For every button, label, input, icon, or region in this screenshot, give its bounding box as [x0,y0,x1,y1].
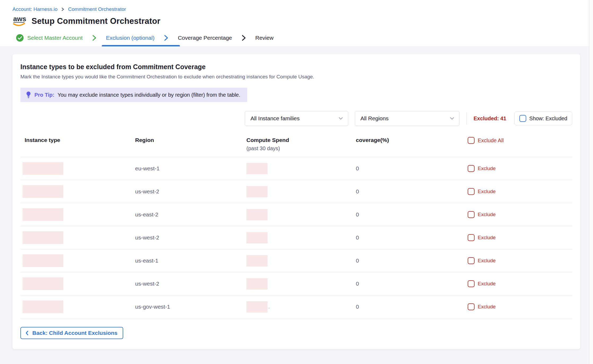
show-excluded-toggle[interactable]: Show: Excluded [514,112,572,125]
redacted-instance-type [23,162,63,175]
filters-divider [466,112,467,125]
exclude-label: Exclude [478,304,496,310]
step-separator-icon [92,34,97,41]
exclude-checkbox[interactable] [468,211,475,218]
step-select-master-account[interactable]: Select Master Account [16,29,83,46]
breadcrumb-account-link[interactable]: Account: Harness.io [12,6,57,12]
instance-types-table: Instance type Region Compute Spend (past… [20,137,572,318]
table-row: eu-west-1 0 Exclude [20,157,572,180]
regions-value: All Regions [360,115,388,122]
exclude-label: Exclude [478,235,496,241]
col-header-region: Region [135,137,246,143]
exclude-all-label: Exclude All [478,137,504,144]
redacted-instance-type [23,208,63,221]
exclusion-card: Instance types to be excluded from Commi… [12,54,580,349]
breadcrumb: Account: Harness.io Commitment Orchestra… [12,6,593,12]
show-excluded-checkbox[interactable] [519,115,526,122]
region-cell: eu-west-1 [135,165,160,171]
coverage-cell: 0 [356,211,359,217]
aws-logo-icon: aws [12,15,27,28]
col-header-instance-type: Instance type [25,137,135,143]
instance-families-dropdown[interactable]: All Instance families [245,111,348,126]
region-cell: us-east-2 [135,211,158,217]
col-header-coverage: coverage(%) [356,137,468,143]
region-cell: us-west-2 [135,234,159,241]
exclude-checkbox[interactable] [468,188,475,195]
step-separator-icon [241,34,246,41]
back-button-label: Back: Child Account Exclusions [32,330,117,336]
section-title: Instance types to be excluded from Commi… [20,63,572,71]
excluded-count-badge: Excluded: 41 [473,116,506,122]
step-coverage-percentage[interactable]: Coverage Percentage [178,29,232,46]
table-body: eu-west-1 0 Exclude us-west-2 0 Exclude … [20,157,572,318]
exclude-all-checkbox[interactable] [468,137,475,144]
redacted-instance-type [23,300,63,313]
step-label: Coverage Percentage [178,35,232,41]
redacted-compute-spend [246,278,268,290]
table-row: us-east-1 0 Exclude [20,249,572,272]
exclude-checkbox[interactable] [468,280,475,287]
region-cell: us-gov-west-1 [135,304,170,310]
coverage-cell: 0 [356,281,359,287]
table-row: us-west-2 0 Exclude [20,180,572,203]
svg-text:aws: aws [13,15,26,23]
instance-families-value: All Instance families [250,115,300,122]
col-header-compute-spend: Compute Spend (past 30 days) [246,137,356,152]
coverage-cell: 0 [356,258,359,264]
table-row: us-east-2 0 Exclude [20,203,572,226]
chevron-left-icon [25,330,29,336]
breadcrumb-separator-icon [61,7,65,11]
region-cell: us-west-2 [135,188,159,194]
exclude-control: Exclude [468,165,572,172]
exclude-control: Exclude [468,211,572,218]
filters-row: All Instance families All Regions Exclud… [20,111,572,126]
col-header-compute-spend-sub: (past 30 days) [246,145,356,152]
table-header-row: Instance type Region Compute Spend (past… [20,137,572,157]
breadcrumb-current-link[interactable]: Commitment Orchestrator [68,6,126,12]
exclude-label: Exclude [478,166,496,171]
redacted-compute-spend [246,186,268,197]
main-content: Instance types to be excluded from Commi… [0,47,593,364]
lightbulb-icon [26,91,31,99]
exclude-checkbox[interactable] [468,165,475,172]
redacted-compute-spend [246,209,268,220]
table-row: us-west-2 0 Exclude [20,272,572,295]
coverage-cell: 0 [356,188,359,194]
protip-label: Pro Tip: [34,92,54,98]
redacted-instance-type [23,277,63,290]
exclude-label: Exclude [478,212,496,217]
exclude-label: Exclude [478,189,496,194]
back-button[interactable]: Back: Child Account Exclusions [20,327,123,339]
table-row: us-west-2 0 Exclude [20,226,572,249]
redacted-compute-spend [246,301,268,313]
exclude-label: Exclude [478,258,496,264]
exclude-control: Exclude [468,188,572,195]
redacted-instance-type [23,185,63,198]
table-row: us-gov-west-1 . 0 Exclude [20,295,572,318]
protip-text: You may exclude instance types individua… [57,92,240,98]
chevron-down-icon [450,117,454,120]
step-label: Exclusion (optional) [106,35,154,41]
exclude-checkbox[interactable] [468,303,475,310]
exclude-checkbox[interactable] [468,257,475,264]
page-scrollbar[interactable] [589,0,593,364]
exclude-control: Exclude [468,234,572,241]
protip-banner: Pro Tip: You may exclude instance types … [20,88,247,102]
redacted-instance-type [23,254,63,267]
page-title: Setup Commitment Orchestrator [32,16,160,26]
chevron-down-icon [338,117,343,120]
step-exclusion[interactable]: Exclusion (optional) [106,29,154,46]
exclude-checkbox[interactable] [468,234,475,241]
coverage-cell: 0 [356,234,359,241]
regions-dropdown[interactable]: All Regions [355,111,459,126]
exclude-label: Exclude [478,281,496,287]
step-separator-icon [163,34,169,41]
region-cell: us-east-1 [135,258,158,264]
coverage-cell: 0 [356,304,359,310]
step-review[interactable]: Review [255,29,274,46]
step-label: Select Master Account [27,35,83,41]
redacted-instance-type [23,231,63,244]
redacted-compute-spend [246,255,268,267]
region-cell: us-west-2 [135,281,159,287]
coverage-cell: 0 [356,165,359,171]
